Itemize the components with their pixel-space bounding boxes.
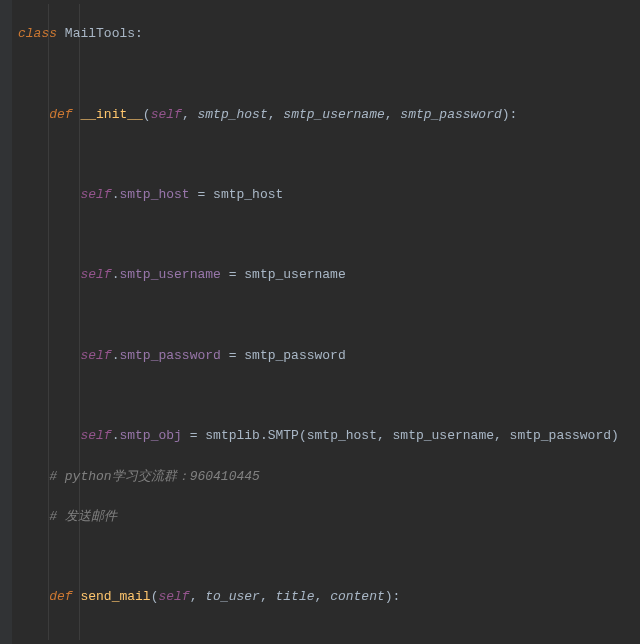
code-line[interactable]: def send_mail(self, to_user, title, cont… <box>18 587 632 607</box>
code-line[interactable]: self.smtp_username = smtp_username <box>18 265 632 285</box>
blank-line <box>18 64 632 84</box>
blank-line <box>18 306 632 326</box>
comment: # 发送邮件 <box>49 509 117 524</box>
code-area[interactable]: class MailTools: def __init__(self, smtp… <box>0 0 640 644</box>
blank-line <box>18 145 632 165</box>
blank-line <box>18 386 632 406</box>
blank-line <box>18 547 632 567</box>
class-name: MailTools <box>65 26 135 41</box>
code-line[interactable]: class MailTools: <box>18 24 632 44</box>
fn-send-mail: send_mail <box>80 589 150 604</box>
code-line[interactable]: self.smtp_password = smtp_password <box>18 346 632 366</box>
code-editor[interactable]: class MailTools: def __init__(self, smtp… <box>0 0 640 644</box>
blank-line <box>18 628 632 644</box>
code-line[interactable]: # 发送邮件 <box>18 507 632 527</box>
comment: # python学习交流群：960410445 <box>49 469 260 484</box>
code-line[interactable]: # python学习交流群：960410445 <box>18 467 632 487</box>
blank-line <box>18 225 632 245</box>
fn-init: __init__ <box>80 107 142 122</box>
code-line[interactable]: self.smtp_obj = smtplib.SMTP(smtp_host, … <box>18 426 632 446</box>
keyword-class: class <box>18 26 57 41</box>
gutter <box>0 0 12 644</box>
code-line[interactable]: def __init__(self, smtp_host, smtp_usern… <box>18 105 632 125</box>
code-line[interactable]: self.smtp_host = smtp_host <box>18 185 632 205</box>
